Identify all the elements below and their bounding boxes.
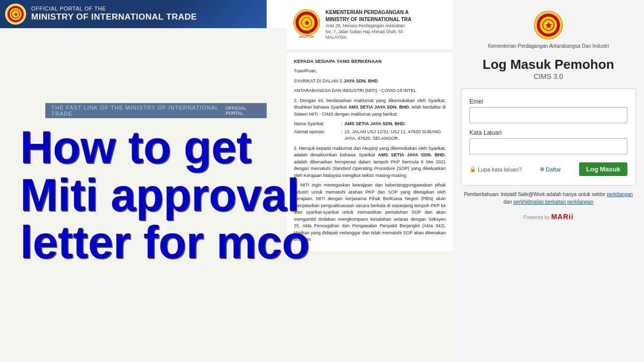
register-link[interactable]: ⊕ Daftar xyxy=(540,166,561,172)
powered-by-section: Powered by MARii xyxy=(523,213,574,221)
register-icon: ⊕ xyxy=(540,166,544,172)
overlay-text-block: How to get Miti approval letter for mco xyxy=(0,28,403,362)
powered-by-label: Powered by xyxy=(523,215,550,220)
form-actions: 🔒 Lupa kata laluan? ⊕ Daftar Log Masuk xyxy=(469,162,627,176)
lock-icon: 🔒 xyxy=(469,166,476,172)
password-input[interactable] xyxy=(469,138,627,154)
email-label: Emel xyxy=(469,98,627,105)
header-title-block: OFFICIAL PORTAL OF THE MINISTRY OF INTER… xyxy=(31,6,197,23)
email-input[interactable] xyxy=(469,107,627,123)
notice-link1[interactable]: perkilangan xyxy=(607,192,633,197)
letterhead-ministry-name-bold: KEMENTERIAN PERDAGANGAN A xyxy=(326,9,412,16)
notice-text: Pemberitahuan: Inisiatif Safe@Work adala… xyxy=(461,191,636,206)
svg-text:★: ★ xyxy=(304,19,310,27)
site-header: ★ OFFICIAL PORTAL OF THE MINISTRY OF INT… xyxy=(0,0,267,28)
overlay-line2: Miti approval xyxy=(20,171,382,219)
login-button[interactable]: Log Masuk xyxy=(579,162,627,176)
password-label: Kata Laluan xyxy=(469,129,627,136)
login-panel: ★ Kementerian Perdagangan Antarabangsa D… xyxy=(453,0,644,362)
letterhead-ministry-name-sub: MINISTRY OF INTERNATIONAL TRA xyxy=(326,16,412,23)
overlay-line3: letter for mco xyxy=(20,219,382,266)
notice-and: dan xyxy=(504,199,513,205)
header-line2: MINISTRY OF INTERNATIONAL TRADE xyxy=(31,12,197,22)
ministry-name-right: Kementerian Perdagangan Antarabangsa Dan… xyxy=(488,43,609,49)
svg-text:★: ★ xyxy=(545,21,552,30)
header-line1: OFFICIAL PORTAL OF THE xyxy=(31,6,197,12)
notice-link2[interactable]: perkhidmatan berkaitan perkilangan xyxy=(513,199,593,205)
login-title: Log Masuk Pemohon xyxy=(482,57,614,72)
header-logo: ★ xyxy=(5,4,26,25)
svg-text:★: ★ xyxy=(14,12,19,17)
notice-prefix: Pemberitahuan: Inisiatif Safe@Work adala… xyxy=(464,192,607,197)
login-form-box: Emel Kata Laluan 🔒 Lupa kata laluan? ⊕ D… xyxy=(461,88,636,186)
powered-by-logo: MARii xyxy=(551,213,574,221)
login-subtitle: CIMS 3.0 xyxy=(534,72,563,80)
right-panel-logo: ★ xyxy=(533,10,564,40)
forgot-password-link[interactable]: 🔒 Lupa kata laluan? xyxy=(469,166,522,172)
overlay-line1: How to get xyxy=(20,124,382,171)
